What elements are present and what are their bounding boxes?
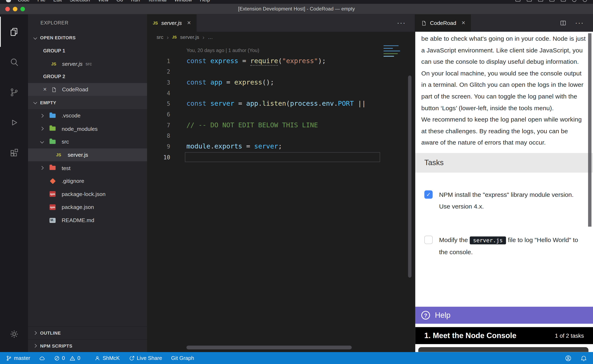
code-editor[interactable]: You, 20 days ago | 1 author (You) 1const… — [147, 42, 415, 352]
workspace-root-header[interactable]: EMPTY — [28, 96, 147, 109]
apple-menu-icon[interactable] — [6, 0, 11, 2]
search-icon[interactable] — [0, 47, 28, 77]
spotlight-icon[interactable] — [572, 0, 576, 2]
tree-item-label: src — [61, 139, 69, 145]
preferences-icon[interactable] — [527, 0, 532, 1]
menubar-items: CodeFileEditSelectionViewGoRunTerminalWi… — [18, 0, 218, 2]
do-not-disturb-icon[interactable] — [538, 0, 543, 1]
bell-icon[interactable] — [580, 355, 587, 361]
menubar-item-file[interactable]: File — [38, 0, 45, 2]
task-text-segment: Modify the — [439, 236, 469, 243]
tree-item-package-json[interactable]: npmpackage.json — [28, 201, 147, 214]
npm-scripts-label: NPM SCRIPTS — [40, 343, 73, 349]
chevron-right-icon[interactable] — [39, 114, 44, 117]
js-file-icon: JS — [153, 21, 158, 25]
tree-item-readme-md[interactable]: M↓README.md — [28, 214, 147, 227]
window-titlebar[interactable]: [Extension Development Host] - CodeRoad … — [0, 4, 593, 14]
code-token: . — [210, 143, 214, 150]
open-editor-server-js[interactable]: ×JSserver.jssrc — [28, 57, 147, 70]
line-number: 8 — [147, 131, 170, 142]
code-token: process — [290, 100, 318, 107]
account-icon[interactable] — [565, 355, 571, 361]
line-number: 4 — [147, 88, 170, 99]
settings-gear-icon[interactable] — [0, 319, 28, 349]
close-tab-icon[interactable]: × — [187, 19, 191, 27]
webview-scrollbar[interactable] — [588, 33, 592, 227]
close-tab-icon[interactable]: × — [461, 19, 465, 27]
run-debug-icon[interactable] — [0, 107, 28, 137]
chevron-right-icon[interactable] — [39, 128, 44, 130]
code-token: ( — [278, 57, 282, 65]
tree-item-gitignore[interactable]: .gitignore — [28, 175, 147, 188]
more-actions-icon[interactable]: ··· — [397, 19, 406, 27]
git-branch-indicator[interactable]: master — [6, 355, 30, 361]
code-token: "express" — [282, 57, 318, 65]
tree-item-server-js[interactable]: JSserver.js — [28, 148, 147, 162]
help-button[interactable]: ? Help — [415, 307, 593, 324]
menubar-item-view[interactable]: View — [98, 0, 108, 2]
split-editor-icon[interactable] — [559, 19, 567, 27]
menubar-item-run[interactable]: Run — [131, 0, 140, 2]
code-token: . — [334, 100, 338, 107]
breadcrumb-server-js[interactable]: server.js — [180, 34, 199, 40]
breadcrumb-src[interactable]: src — [156, 34, 163, 40]
breadcrumb: src › JS server.js › … — [147, 32, 415, 42]
tree-item-test[interactable]: test — [28, 162, 147, 175]
code-token: app — [206, 78, 222, 86]
tab-server-js[interactable]: JS server.js × — [147, 14, 196, 32]
live-share-button[interactable]: Live Share — [129, 355, 162, 361]
task-checkbox[interactable]: ✓ — [424, 190, 433, 199]
tutorial-paragraph: We recommend to keep the log panel open … — [421, 114, 586, 149]
horizontal-scrollbar[interactable] — [187, 346, 352, 349]
shmck-status-item[interactable]: ShMcK — [95, 355, 120, 361]
coderoad-webview: be able to check what's going on in your… — [415, 32, 593, 352]
tree-item-vscode[interactable]: .vscode — [28, 109, 147, 122]
chevron-right-icon[interactable] — [39, 167, 44, 169]
menubar-item-edit[interactable]: Edit — [53, 0, 62, 2]
npm-scripts-section-header[interactable]: NPM SCRIPTS — [28, 339, 147, 352]
zoom-window-button[interactable] — [20, 7, 25, 11]
code-token: module — [187, 143, 210, 150]
code-token: ( — [286, 100, 290, 107]
minimap-line — [383, 51, 400, 52]
chevron-down-icon[interactable] — [39, 140, 44, 143]
stats-icon[interactable] — [515, 0, 520, 1]
source-control-icon[interactable] — [0, 77, 28, 107]
close-window-button[interactable] — [5, 7, 10, 11]
menubar-item-window[interactable]: Window — [174, 0, 192, 2]
menubar-item-help[interactable]: Help — [200, 0, 210, 2]
tree-item-src[interactable]: src — [28, 135, 147, 149]
vertical-scrollbar[interactable] — [408, 76, 412, 278]
code-token: . — [258, 100, 262, 107]
menubar-item-go[interactable]: Go — [116, 0, 123, 2]
open-editor-coderoad[interactable]: ×CodeRoad — [28, 83, 147, 96]
open-editors-header[interactable]: OPEN EDITORS — [28, 31, 147, 45]
task-checkbox[interactable] — [424, 236, 433, 244]
tree-item-package-lock-json[interactable]: npmpackage-lock.json — [28, 188, 147, 201]
more-actions-icon[interactable]: ··· — [575, 19, 584, 27]
menubar-item-code[interactable]: Code — [18, 0, 29, 2]
minimize-window-button[interactable] — [13, 7, 17, 11]
sync-status-button[interactable] — [39, 355, 45, 361]
tab-coderoad[interactable]: CodeRoad × — [415, 14, 471, 32]
battery-icon[interactable] — [550, 0, 554, 1]
tree-item-node-modules[interactable]: node_modules — [28, 122, 147, 135]
close-editor-icon[interactable]: × — [43, 87, 51, 92]
minimap[interactable] — [383, 45, 401, 58]
wifi-icon[interactable] — [561, 0, 566, 1]
js-file-icon: JS — [172, 35, 177, 39]
explorer-icon[interactable] — [0, 17, 28, 47]
panel-actions: ··· — [559, 14, 593, 32]
menubar-item-selection[interactable]: Selection — [70, 0, 90, 2]
code-token: || — [354, 100, 366, 107]
tab-label: server.js — [161, 20, 182, 26]
menubar-item-terminal[interactable]: Terminal — [148, 0, 166, 2]
git-graph-button[interactable]: Git Graph — [171, 355, 194, 361]
outline-section-header[interactable]: OUTLINE — [28, 326, 147, 339]
problems-indicator[interactable]: 0 0 — [54, 355, 80, 361]
control-center-icon[interactable] — [583, 0, 587, 2]
breadcrumb-symbol[interactable]: … — [208, 34, 213, 40]
extensions-icon[interactable] — [0, 137, 28, 168]
question-circle-icon: ? — [421, 311, 430, 319]
gitlens-blame-annotation[interactable]: You, 20 days ago | 1 author (You) — [147, 46, 415, 56]
